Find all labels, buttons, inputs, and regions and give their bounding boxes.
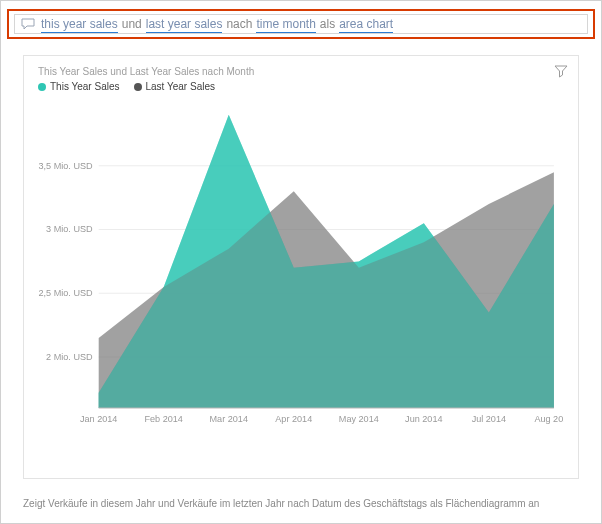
legend-swatch <box>38 83 46 91</box>
chart-title: This Year Sales und Last Year Sales nach… <box>38 66 564 77</box>
footer-description: Zeigt Verkäufe in diesem Jahr und Verkäu… <box>23 498 579 509</box>
svg-text:2,5 Mio. USD: 2,5 Mio. USD <box>39 288 94 298</box>
chat-icon <box>21 18 35 30</box>
svg-text:Feb 2014: Feb 2014 <box>144 414 182 424</box>
svg-text:3,5 Mio. USD: 3,5 Mio. USD <box>39 161 94 171</box>
legend-label: Last Year Sales <box>146 81 216 92</box>
legend-item: This Year Sales <box>38 81 120 92</box>
chart-plot: 2 Mio. USD2,5 Mio. USD3 Mio. USD3,5 Mio.… <box>38 96 564 436</box>
filter-icon[interactable] <box>554 64 568 82</box>
svg-text:May 2014: May 2014 <box>339 414 379 424</box>
svg-text:Jun 2014: Jun 2014 <box>405 414 442 424</box>
legend-label: This Year Sales <box>50 81 120 92</box>
qa-text: this year salesundlast year salesnachtim… <box>41 17 397 31</box>
svg-text:3 Mio. USD: 3 Mio. USD <box>46 225 93 235</box>
svg-text:Apr 2014: Apr 2014 <box>275 414 312 424</box>
svg-text:Aug 2014: Aug 2014 <box>534 414 564 424</box>
app-window: this year salesundlast year salesnachtim… <box>0 0 602 524</box>
legend-swatch <box>134 83 142 91</box>
chart-card: This Year Sales und Last Year Sales nach… <box>23 55 579 479</box>
chart-legend: This Year Sales Last Year Sales <box>38 81 564 92</box>
qa-input[interactable]: this year salesundlast year salesnachtim… <box>14 14 588 34</box>
svg-text:Jul 2014: Jul 2014 <box>472 414 506 424</box>
svg-text:Jan 2014: Jan 2014 <box>80 414 117 424</box>
svg-text:Mar 2014: Mar 2014 <box>210 414 248 424</box>
qa-highlight-box: this year salesundlast year salesnachtim… <box>7 9 595 39</box>
legend-item: Last Year Sales <box>134 81 216 92</box>
svg-text:2 Mio. USD: 2 Mio. USD <box>46 352 93 362</box>
